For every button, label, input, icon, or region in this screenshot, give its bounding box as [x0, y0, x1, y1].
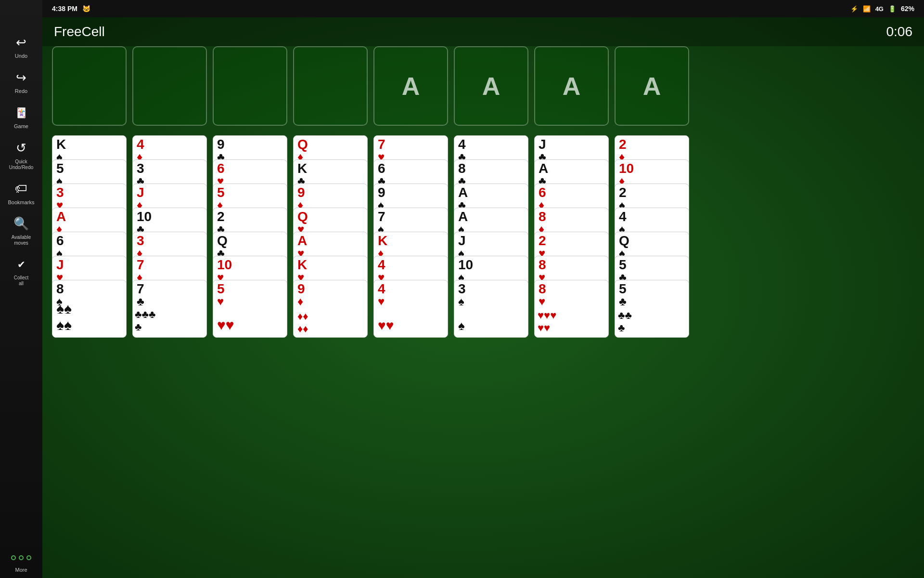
column-1: K ♠ 5 ♠ 3 ♥ A ♦ 6 ♠: [52, 135, 127, 338]
battery-level: 62%: [901, 5, 914, 13]
card-3-spade[interactable]: 3 ♠ ♠: [454, 280, 528, 338]
bookmarks-label: Bookmarks: [8, 199, 34, 206]
card-4-heart-2[interactable]: 4 ♥ ♥♥: [373, 280, 448, 338]
undo-button[interactable]: ↩ Undo: [2, 29, 40, 64]
foundation-2[interactable]: A: [454, 46, 528, 126]
dot-2: [19, 555, 24, 560]
dot-1: [11, 555, 16, 560]
main-area: 4:38 PM 🐱 ⚡ 📶 4G 🔋 62% FreeCell 0:06 A A…: [42, 0, 924, 578]
game-label: Game: [14, 123, 28, 130]
status-left: 4:38 PM 🐱: [52, 5, 90, 13]
game-button[interactable]: 🃏 Game: [2, 99, 40, 134]
top-row: A A A A: [52, 46, 914, 131]
bookmarks-button[interactable]: 🏷 Bookmarks: [2, 175, 40, 210]
card-7-club[interactable]: 7 ♣ ♣♣♣♣: [132, 280, 207, 338]
collect-all-icon: ✔: [13, 256, 30, 273]
free-cell-2[interactable]: [132, 46, 207, 126]
free-cell-4[interactable]: [293, 46, 368, 126]
collect-all-button[interactable]: ✔ Collectall: [2, 251, 40, 291]
undo-label: Undo: [15, 53, 27, 59]
card-9-diamond-2[interactable]: 9 ♦ ♦♦♦♦: [293, 280, 368, 338]
column-5: 7 ♥ 6 ♣ 9 ♠ 7 ♠ K ♦: [373, 135, 448, 338]
column-2: 4 ♦ 3 ♣ J ♦ 10 ♣ 3 ♦: [132, 135, 207, 338]
game-title: FreeCell: [54, 24, 105, 39]
card-5-heart[interactable]: 5 ♥ ♥♥: [213, 280, 287, 338]
column-8: 2 ♦ 10 ♦ 2 ♠ 4 ♠ Q ♠: [615, 135, 689, 338]
collect-all-label: Collectall: [14, 275, 29, 287]
available-moves-icon: 🔍: [13, 215, 30, 233]
free-cell-1[interactable]: [52, 46, 127, 126]
foundation-3[interactable]: A: [534, 46, 609, 126]
card-5-club-2[interactable]: 5 ♣ ♣♣♣: [615, 280, 689, 338]
game-board: A A A A K ♠ 5 ♠ 3 ♥: [42, 46, 924, 578]
battery-icon: 🔋: [888, 5, 896, 13]
redo-icon: ↪: [13, 69, 30, 86]
status-bar: 4:38 PM 🐱 ⚡ 📶 4G 🔋 62%: [42, 0, 924, 17]
quick-undo-button[interactable]: ↺ QuickUndo/Redo: [2, 135, 40, 175]
column-4: Q ♦ K ♣ 9 ♦ Q ♥ A ♥: [293, 135, 368, 338]
header: FreeCell 0:06: [42, 17, 924, 46]
card-8-heart-2[interactable]: 8 ♥ ♥♥♥♥♥: [534, 280, 609, 338]
signal-icon: 📶: [863, 5, 871, 13]
available-moves-button[interactable]: 🔍 Availablemoves: [2, 210, 40, 251]
free-cell-3[interactable]: [213, 46, 287, 126]
redo-button[interactable]: ↪ Redo: [2, 64, 40, 99]
more-label: More: [15, 567, 27, 573]
more-button[interactable]: More: [2, 562, 40, 578]
undo-icon: ↩: [13, 34, 30, 51]
quick-undo-icon: ↺: [13, 140, 30, 157]
game-icon: 🃏: [13, 104, 30, 121]
time-display: 4:38 PM: [52, 5, 77, 13]
cat-icon: 🐱: [82, 5, 90, 13]
redo-label: Redo: [15, 88, 27, 94]
bluetooth-icon: ⚡: [850, 5, 858, 13]
foundation-4[interactable]: A: [615, 46, 689, 126]
column-3: 9 ♣ 6 ♥ 5 ♦ 2 ♣ Q ♣: [213, 135, 287, 338]
dot-3: [26, 555, 31, 560]
sidebar: ↩ Undo ↪ Redo 🃏 Game ↺ QuickUndo/Redo 🏷 …: [0, 0, 42, 578]
columns-row: K ♠ 5 ♠ 3 ♥ A ♦ 6 ♠: [52, 135, 914, 573]
bookmarks-icon: 🏷: [13, 180, 30, 197]
more-dots: [11, 555, 31, 560]
foundation-1[interactable]: A: [373, 46, 448, 126]
column-6: 4 ♣ 8 ♣ A ♣ A ♠ J ♠: [454, 135, 528, 338]
card-8-spade[interactable]: 8 ♠ ♠♠♠♠: [52, 280, 127, 338]
network-label: 4G: [875, 5, 884, 13]
status-right: ⚡ 📶 4G 🔋 62%: [850, 5, 914, 13]
column-7: J ♣ A ♣ 6 ♦ 8 ♦ 2 ♥: [534, 135, 609, 338]
quick-undo-label: QuickUndo/Redo: [9, 159, 34, 171]
timer-display: 0:06: [886, 24, 913, 39]
available-moves-label: Availablemoves: [12, 235, 31, 246]
